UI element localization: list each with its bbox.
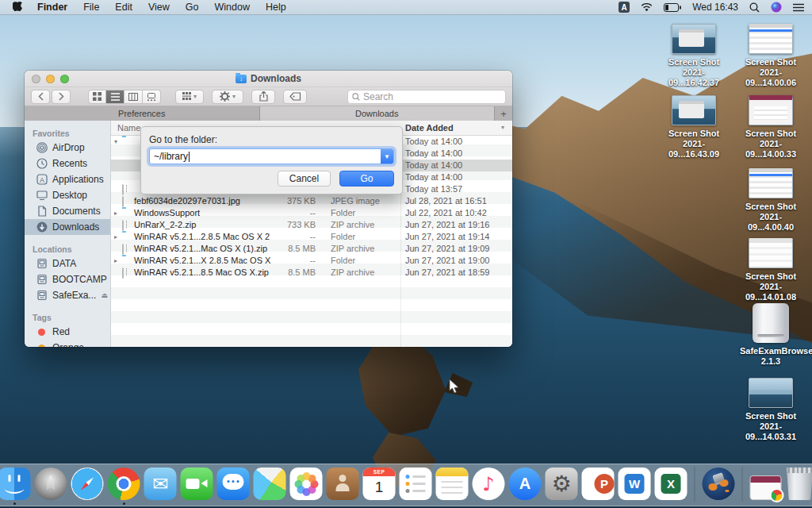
- list-view-button[interactable]: [106, 90, 124, 104]
- menu-bar: Finder File Edit View Go Window Help A W…: [0, 0, 812, 15]
- calendar-dock-icon[interactable]: SEP1: [363, 468, 396, 500]
- system-preferences-dock-icon[interactable]: [546, 468, 578, 500]
- facetime-dock-icon[interactable]: [181, 468, 213, 500]
- menu-go[interactable]: Go: [178, 2, 207, 13]
- safari-dock-icon[interactable]: [71, 468, 104, 500]
- file-name: WinRAR v5.2.1...2.8.5 Mac OS X 2: [134, 232, 270, 241]
- app-store-dock-icon[interactable]: A: [509, 468, 542, 500]
- mail-dock-icon[interactable]: [144, 468, 177, 500]
- group-by-button[interactable]: ▾: [175, 90, 204, 104]
- desktop-icon-2021-09...14.00.06[interactable]: Screen Shot2021-09...14.00.06: [740, 24, 802, 89]
- eject-icon[interactable]: ⏏: [101, 291, 108, 299]
- desktop-icon-2021-09...16.42.37[interactable]: Screen Shot2021-09...16.42.37: [663, 24, 725, 89]
- sidebar-item-bootcamp[interactable]: BOOTCAMP: [25, 271, 110, 287]
- desktop-icon-2.1.3[interactable]: SafeExamBrowser-2.1.3: [740, 303, 802, 367]
- contacts-dock-icon[interactable]: [327, 468, 359, 500]
- file-row[interactable]: febf6034de20297e7031.jpg375 KBJPEG image…: [111, 195, 512, 207]
- sort-chevron-icon[interactable]: ▾: [501, 124, 504, 131]
- forward-button[interactable]: [52, 90, 71, 104]
- share-button[interactable]: [251, 90, 275, 104]
- file-row[interactable]: WinRAR v5.2.1...Mac OS X (1).zip8.5 MBZI…: [111, 243, 512, 255]
- excel-dock-icon[interactable]: X: [655, 468, 688, 500]
- new-tab-button[interactable]: +: [495, 106, 512, 121]
- chrome-dock-icon[interactable]: [108, 468, 140, 500]
- input-source-icon[interactable]: A: [619, 2, 630, 13]
- sidebar-item-safeexa-[interactable]: SafeExa...⏏: [25, 287, 110, 303]
- menu-view[interactable]: View: [140, 2, 178, 13]
- title-bar[interactable]: Downloads: [25, 71, 512, 87]
- column-name[interactable]: Name: [117, 123, 140, 133]
- gallery-view-button[interactable]: [143, 90, 161, 104]
- music-dock-icon[interactable]: [473, 468, 505, 500]
- sidebar-item-recents[interactable]: Recents: [25, 156, 110, 171]
- go-button[interactable]: Go: [339, 171, 394, 187]
- search-input[interactable]: Search: [347, 90, 506, 104]
- desktop-icon-2021-09...16.43.09[interactable]: Screen Shot2021-09...16.43.09: [663, 95, 725, 160]
- icon-view-button[interactable]: [88, 90, 106, 104]
- sidebar-item-airdrop[interactable]: AirDrop: [25, 140, 110, 156]
- sidebar-item-label: Desktop: [52, 190, 87, 201]
- sidebar-item-applications[interactable]: AApplications: [25, 171, 110, 187]
- menu-finder[interactable]: Finder: [29, 2, 75, 13]
- tab-downloads[interactable]: Downloads: [260, 106, 496, 121]
- tag-button[interactable]: [283, 90, 307, 104]
- combo-dropdown-button[interactable]: ▼: [381, 149, 393, 164]
- menu-file[interactable]: File: [75, 2, 107, 13]
- zoom-button[interactable]: [60, 75, 69, 83]
- notes-dock-icon[interactable]: [436, 468, 469, 500]
- desktop-icon-2021-09...14.00.33[interactable]: Screen Shot2021-09...14.00.33: [740, 95, 802, 160]
- disclosure-triangle-icon[interactable]: ▾: [114, 138, 121, 145]
- file-row[interactable]: UnRarX_2-2.zip733 KBZIP archiveJun 27, 2…: [111, 219, 512, 231]
- spotlight-icon[interactable]: [749, 2, 760, 13]
- finder-dock-icon[interactable]: [0, 468, 31, 500]
- desktop-icon-2021-09...4.00.40[interactable]: Screen Shot2021-09...4.00.40: [740, 168, 802, 233]
- tigervnc-dock-icon[interactable]: [703, 468, 735, 500]
- dialog-label: Go to the folder:: [149, 134, 217, 145]
- column-date-added[interactable]: Date Added: [405, 123, 454, 133]
- catalina-window-thumbnail-icon: [672, 24, 716, 54]
- desktop-icon-2021-09...14.01.08[interactable]: Screen Shot2021-09...14.01.08: [740, 238, 802, 303]
- disclosure-triangle-icon[interactable]: ▸: [114, 257, 121, 264]
- back-button[interactable]: [31, 90, 50, 104]
- file-row[interactable]: WinRAR v5.2.1...8.5 Mac OS X.zip8.5 MBZI…: [111, 267, 512, 279]
- menu-window[interactable]: Window: [206, 2, 257, 13]
- disclosure-triangle-icon[interactable]: ▸: [114, 233, 121, 241]
- menu-edit[interactable]: Edit: [107, 2, 140, 13]
- siri-icon[interactable]: [771, 2, 782, 13]
- word-dock-icon[interactable]: W: [619, 468, 651, 500]
- menu-help[interactable]: Help: [258, 2, 294, 13]
- wifi-icon[interactable]: [641, 3, 653, 12]
- disclosure-triangle-icon[interactable]: ▸: [114, 210, 121, 217]
- sidebar-item-red[interactable]: Red: [25, 324, 110, 340]
- sidebar-item-documents[interactable]: Documents: [25, 203, 110, 219]
- file-row[interactable]: ▸WinRAR v5.2.1...X 2.8.5 Mac OS X--Folde…: [111, 255, 512, 267]
- desktop-icon-2021-09...14.03.31[interactable]: Screen Shot2021-09...14.03.31: [740, 378, 802, 443]
- trash-dock-icon[interactable]: [786, 468, 812, 500]
- minimize-button[interactable]: [46, 75, 55, 83]
- close-button[interactable]: [32, 75, 40, 83]
- minimized-window-dock-icon[interactable]: [750, 475, 782, 500]
- tab-preferences[interactable]: Preferences: [25, 106, 260, 121]
- launchpad-dock-icon[interactable]: [35, 468, 67, 500]
- sidebar-item-downloads[interactable]: Downloads: [25, 219, 110, 235]
- action-menu-button[interactable]: ▾: [212, 90, 243, 104]
- apple-menu-icon[interactable]: [13, 2, 23, 13]
- photos-dock-icon[interactable]: [290, 468, 323, 500]
- sidebar-item-desktop[interactable]: Desktop: [25, 187, 110, 203]
- menu-bar-clock[interactable]: Wed 16:43: [692, 2, 738, 13]
- notification-center-icon[interactable]: [793, 3, 804, 12]
- reminders-dock-icon[interactable]: [400, 468, 432, 500]
- sidebar-item-orange[interactable]: Orange: [25, 340, 110, 347]
- powerpoint-dock-icon[interactable]: P: [582, 468, 615, 500]
- battery-icon[interactable]: [664, 3, 681, 12]
- messages-dock-icon[interactable]: [217, 468, 250, 500]
- column-view-button[interactable]: [124, 90, 143, 104]
- folder-path-input[interactable]: ~/library ▼: [149, 148, 394, 164]
- file-row[interactable]: ▸WinRAR v5.2.1...2.8.5 Mac OS X 2--Folde…: [111, 231, 512, 243]
- file-row[interactable]: ▸WindowsSupport--FolderJul 22, 2021 at 1…: [111, 207, 512, 219]
- sidebar-item-data[interactable]: DATA: [25, 256, 110, 271]
- view-mode-segments: [88, 90, 161, 104]
- cancel-button[interactable]: Cancel: [278, 171, 331, 187]
- maps-dock-icon[interactable]: [254, 468, 286, 500]
- powerpoint-letter: P: [595, 474, 615, 494]
